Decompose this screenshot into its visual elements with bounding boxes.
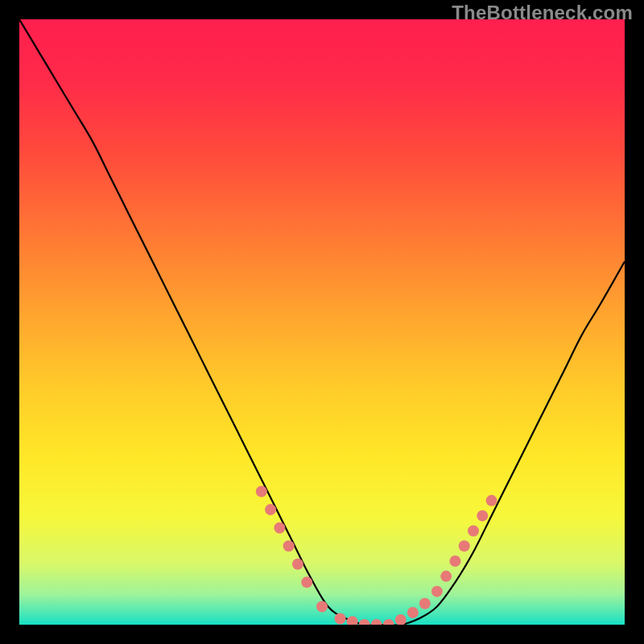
highlight-dot	[256, 486, 267, 497]
highlight-dot	[301, 576, 312, 588]
highlight-dot	[395, 614, 407, 625]
highlight-dot	[274, 522, 285, 534]
highlight-dot	[419, 598, 431, 609]
highlight-dot	[265, 504, 276, 515]
highlight-dot	[371, 619, 382, 630]
bottleneck-chart	[0, 0, 644, 644]
highlight-dot	[477, 510, 488, 522]
highlight-dot	[383, 619, 394, 630]
chart-frame: TheBottleneck.com	[0, 0, 644, 644]
highlight-dot	[359, 619, 370, 630]
highlight-dot	[440, 571, 452, 582]
highlight-dot	[316, 601, 328, 612]
highlight-dot	[335, 613, 346, 624]
highlight-dot	[292, 559, 303, 570]
gradient-background	[19, 19, 625, 625]
highlight-dot	[468, 525, 479, 536]
highlight-dot	[449, 555, 460, 567]
highlight-dot	[486, 495, 497, 506]
highlight-dot	[431, 586, 443, 597]
highlight-dot	[407, 607, 419, 618]
highlight-dot	[459, 540, 470, 551]
watermark-text: TheBottleneck.com	[452, 2, 633, 24]
highlight-dot	[283, 540, 295, 551]
highlight-dot	[347, 616, 358, 627]
